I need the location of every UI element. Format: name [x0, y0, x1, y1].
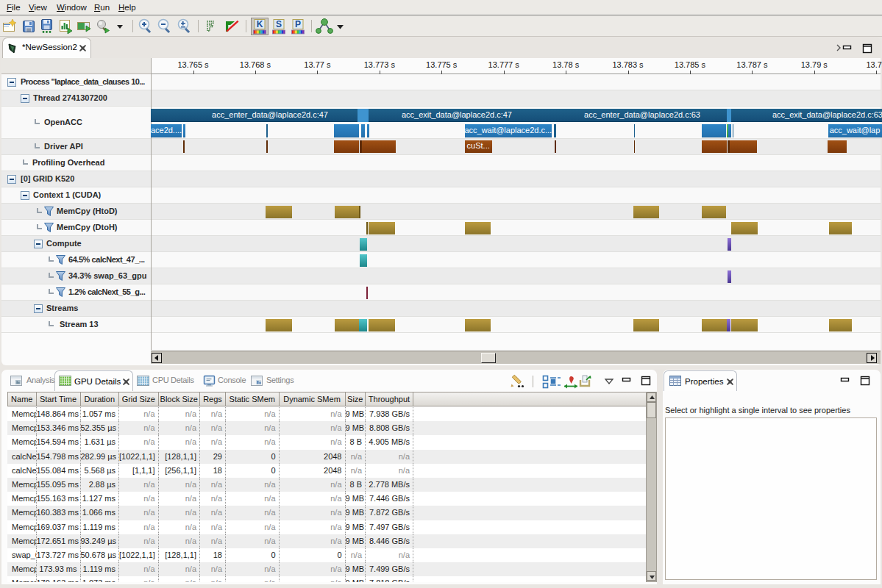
svg-text:P: P: [295, 19, 301, 29]
svg-text:K: K: [257, 19, 263, 29]
svg-text:S: S: [276, 19, 282, 29]
